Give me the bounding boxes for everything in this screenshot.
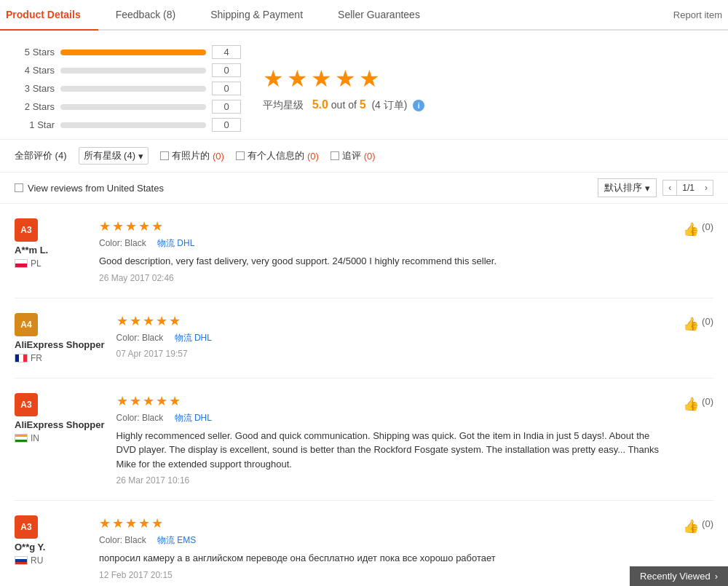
recently-viewed[interactable]: Recently Viewed › (630, 566, 728, 586)
reviewer-name: AliExpress Shopper (15, 339, 105, 350)
avatar: A3 (15, 218, 38, 242)
like-count: (0) (702, 396, 713, 407)
review-content: ★★★★★ Color: Black 物流 DHL 07 Apr 2017 19… (116, 313, 672, 363)
tab-feedback[interactable]: Feedback (8) (98, 0, 193, 31)
personal-info-label: 有个人信息的 (248, 149, 304, 162)
rating-bar-label: 1 Star (15, 119, 55, 130)
tab-shipping[interactable]: Shipping & Payment (193, 0, 320, 31)
rating-text: 平均星级 5.0 out of 5 (4 订单) i (263, 98, 424, 112)
rating-bar-count: 0 (212, 63, 241, 77)
review-color: Color: Black (99, 535, 146, 545)
review-item: A3 A**m L. PL ★★★★★ Color: Black 物流 DHL … (15, 204, 713, 298)
star-icon: ★ (151, 218, 163, 234)
rating-bar-label: 2 Stars (15, 101, 55, 112)
star-icon: ★ (156, 313, 167, 329)
star-icon: ★ (143, 393, 154, 409)
chevron-down-icon: ▾ (138, 151, 143, 162)
review-color: Color: Black (116, 413, 164, 423)
thumbs-up-icon: 👍 (683, 396, 699, 412)
with-photos-checkbox[interactable] (160, 151, 169, 160)
like-button[interactable]: 👍 (0) (683, 313, 713, 363)
chevron-down-icon: ▾ (645, 183, 650, 194)
review-item: A4 AliExpress Shopper FR ★★★★★ Color: Bl… (15, 298, 713, 379)
star-icon: ★ (130, 313, 141, 329)
view-bar: View reviews from United States 默认排序 ▾ ‹… (0, 173, 728, 204)
tab-seller[interactable]: Seller Guarantees (320, 0, 438, 31)
all-stars-label: 所有星级 (4) (84, 149, 136, 162)
rating-bar-count: 0 (212, 100, 241, 114)
view-us-label: View reviews from United States (28, 183, 164, 194)
country-code: RU (31, 555, 43, 566)
like-count: (0) (702, 221, 713, 232)
reviewer-info: A4 AliExpress Shopper FR (15, 313, 105, 363)
all-reviews-filter: 全部评价 (4) (15, 149, 67, 162)
rating-bar-fill (60, 50, 206, 55)
star-icon: ★ (125, 218, 137, 234)
star-icon: ★ (143, 313, 154, 329)
review-date: 26 Mar 2017 10:16 (116, 475, 672, 486)
star-icon: ★ (116, 393, 128, 409)
view-us-checkbox[interactable] (15, 183, 23, 192)
additional-checkbox[interactable] (331, 151, 339, 160)
star-icon: ★ (169, 393, 181, 409)
review-text: Highly recommenced seller. Good and quic… (116, 429, 672, 472)
rating-bar-count: 4 (212, 45, 241, 59)
rating-section: 5 Stars 4 4 Stars 0 3 Stars 0 2 Stars 0 … (0, 31, 728, 139)
review-item: A3 O**g Y. RU ★★★★★ Color: Black 物流 EMS … (15, 501, 713, 586)
with-photos-count: (0) (213, 151, 224, 162)
personal-info-filter[interactable]: 有个人信息的 (0) (236, 149, 319, 162)
star-icon: ★ (125, 515, 137, 531)
tab-product-details[interactable]: Product Details (0, 0, 98, 31)
rating-bar-row: 2 Stars 0 (15, 100, 241, 114)
all-stars-dropdown[interactable]: 所有星级 (4) ▾ (79, 147, 149, 165)
reviewer-name: AliExpress Shopper (15, 419, 105, 430)
reviewer-country: RU (15, 555, 43, 566)
info-icon[interactable]: i (413, 100, 424, 111)
avatar: A4 (15, 313, 38, 336)
review-item: A3 AliExpress Shopper IN ★★★★★ Color: Bl… (15, 379, 713, 502)
tabs-bar: Product Details Feedback (8) Shipping & … (0, 0, 728, 31)
country-code: FR (31, 353, 42, 363)
like-count: (0) (702, 316, 713, 327)
review-date: 26 May 2017 02:46 (99, 273, 671, 283)
review-stars: ★★★★★ (116, 313, 672, 329)
rating-bar-track (60, 50, 206, 55)
page-nav: ‹ 1/1 › (662, 180, 713, 196)
rating-bar-row: 4 Stars 0 (15, 63, 241, 77)
rating-out-of-label: out of (331, 99, 360, 111)
thumbs-up-icon: 👍 (683, 221, 699, 237)
like-button[interactable]: 👍 (0) (683, 218, 713, 283)
additional-filter[interactable]: 追评 (0) (331, 149, 376, 162)
with-photos-filter[interactable]: 有照片的 (0) (160, 149, 224, 162)
sort-label: 默认排序 (604, 181, 642, 194)
prev-page-button[interactable]: ‹ (663, 181, 677, 195)
review-color: Color: Black (116, 333, 164, 343)
personal-info-count: (0) (307, 151, 319, 162)
page-info: 1/1 (677, 181, 700, 195)
review-stars: ★★★★★ (116, 393, 672, 409)
additional-count: (0) (364, 151, 376, 162)
rating-bar-count: 0 (212, 82, 241, 95)
rating-orders-label: 订单 (384, 99, 404, 111)
additional-label: 追评 (342, 149, 361, 162)
review-meta: Color: Black 物流 DHL (99, 237, 671, 250)
view-us-reviews[interactable]: View reviews from United States (15, 183, 164, 194)
review-list: A3 A**m L. PL ★★★★★ Color: Black 物流 DHL … (0, 204, 728, 586)
review-text: попросил камеру а в английском переводе … (99, 551, 671, 566)
review-content: ★★★★★ Color: Black 物流 EMS попросил камер… (99, 515, 671, 580)
rating-bars: 5 Stars 4 4 Stars 0 3 Stars 0 2 Stars 0 … (15, 45, 241, 132)
rating-score: 5.0 (312, 98, 328, 111)
rating-bar-row: 5 Stars 4 (15, 45, 241, 59)
review-content: ★★★★★ Color: Black 物流 DHL Highly recomme… (116, 393, 672, 486)
report-item-link[interactable]: Report item (668, 0, 728, 29)
filter-bar: 全部评价 (4) 所有星级 (4) ▾ 有照片的 (0) 有个人信息的 (0) … (0, 139, 728, 173)
thumbs-up-icon: 👍 (683, 518, 699, 534)
next-page-button[interactable]: › (700, 181, 713, 195)
rating-bar-track (60, 68, 206, 74)
review-logistics: 物流 DHL (175, 413, 212, 423)
personal-info-checkbox[interactable] (236, 151, 245, 160)
review-logistics: 物流 DHL (175, 333, 212, 343)
sort-dropdown[interactable]: 默认排序 ▾ (598, 178, 657, 197)
review-date: 07 Apr 2017 19:57 (116, 349, 672, 359)
like-button[interactable]: 👍 (0) (683, 393, 713, 486)
